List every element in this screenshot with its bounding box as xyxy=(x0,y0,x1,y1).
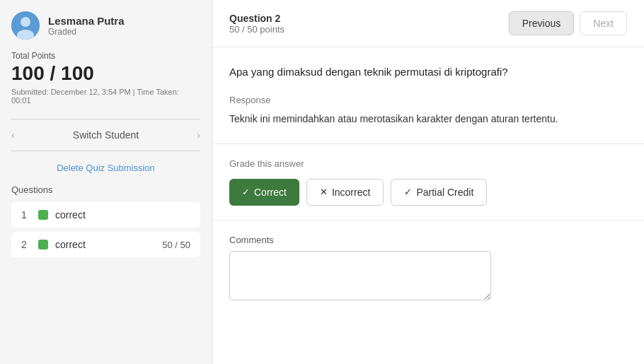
sidebar: Lesmana Putra Graded Total Points 100 / … xyxy=(0,0,212,364)
partial-credit-button[interactable]: ✓ Partial Credit xyxy=(391,179,487,206)
status-dot-1 xyxy=(38,210,48,220)
main-content: Question 2 50 / 50 points Previous Next … xyxy=(212,0,644,364)
question-title: Question 2 xyxy=(229,13,284,24)
comments-label: Comments xyxy=(229,235,627,245)
response-text: Teknik ini memindahkan atau merotasikan … xyxy=(229,111,627,127)
next-button[interactable]: Next xyxy=(580,11,627,35)
question-status-2: correct xyxy=(55,239,155,250)
header-buttons: Previous Next xyxy=(509,11,627,35)
question-text: Apa yang dimaksud dengan teknik permutas… xyxy=(229,64,627,81)
comments-textarea[interactable] xyxy=(229,251,491,300)
svg-point-1 xyxy=(21,17,30,27)
incorrect-label: Incorrect xyxy=(332,187,370,198)
response-label: Response xyxy=(229,95,627,105)
question-item-2[interactable]: 2 correct 50 / 50 xyxy=(11,232,200,257)
grade-label: Grade this answer xyxy=(229,158,627,169)
incorrect-icon: ✕ xyxy=(320,187,328,197)
incorrect-button[interactable]: ✕ Incorrect xyxy=(306,179,384,206)
student-status: Graded xyxy=(48,27,125,37)
status-dot-2 xyxy=(38,240,48,249)
student-info: Lesmana Putra Graded xyxy=(11,11,200,40)
question-header: Question 2 50 / 50 points Previous Next xyxy=(212,0,644,47)
comments-section: Comments xyxy=(212,221,644,317)
switch-student-row[interactable]: ‹ Switch Student › xyxy=(11,125,200,145)
avatar xyxy=(11,11,40,40)
divider-2 xyxy=(11,151,200,151)
grading-section: Grade this answer ✓ Correct ✕ Incorrect … xyxy=(212,144,644,221)
correct-icon: ✓ xyxy=(242,187,250,197)
delete-quiz-link[interactable]: Delete Quiz Submission xyxy=(11,163,200,173)
student-details: Lesmana Putra Graded xyxy=(48,15,125,37)
correct-button[interactable]: ✓ Correct xyxy=(229,179,299,206)
question-score-2: 50 / 50 xyxy=(162,240,190,250)
question-status-1: correct xyxy=(55,209,190,221)
total-points-value: 100 / 100 xyxy=(11,62,200,85)
grade-buttons: ✓ Correct ✕ Incorrect ✓ Partial Credit xyxy=(229,179,627,206)
next-student-arrow[interactable]: › xyxy=(197,129,200,141)
question-points: 50 / 50 points xyxy=(229,24,284,35)
question-body: Apa yang dimaksud dengan teknik permutas… xyxy=(212,47,644,144)
question-list: 1 correct 2 correct 50 / 50 xyxy=(11,202,200,257)
question-item-1[interactable]: 1 correct xyxy=(11,202,200,228)
divider-1 xyxy=(11,119,200,119)
question-meta: Question 2 50 / 50 points xyxy=(229,13,284,35)
submitted-info: Submitted: December 12, 3:54 PM | Time T… xyxy=(11,88,200,105)
switch-student-label: Switch Student xyxy=(15,129,197,141)
questions-section-label: Questions xyxy=(11,184,200,195)
partial-label: Partial Credit xyxy=(416,187,473,198)
previous-button[interactable]: Previous xyxy=(509,11,574,35)
question-number-1: 1 xyxy=(21,209,31,221)
student-name: Lesmana Putra xyxy=(48,15,125,27)
question-number-2: 2 xyxy=(21,239,31,250)
partial-icon: ✓ xyxy=(404,187,412,197)
correct-label: Correct xyxy=(254,187,287,198)
total-points-label: Total Points xyxy=(11,51,200,61)
